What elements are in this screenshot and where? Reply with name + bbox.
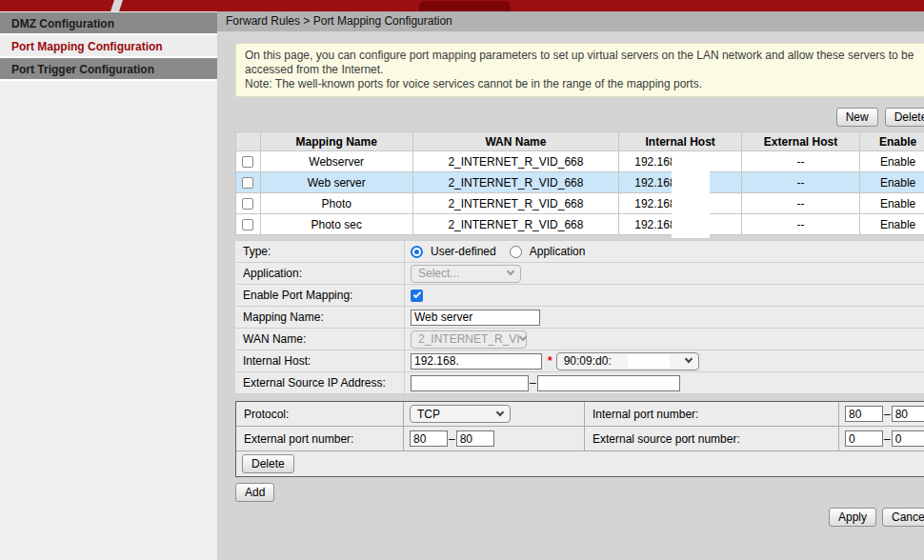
- cell-wan-name: 2_INTERNET_R_VID_668: [412, 151, 619, 172]
- port-mapping-form: Type: User-defined Application Applicati…: [235, 240, 924, 394]
- type-label: Type:: [235, 241, 405, 262]
- required-asterisk: *: [548, 354, 552, 368]
- enable-port-mapping-label: Enable Port Mapping:: [235, 285, 405, 306]
- table-header-row: Mapping Name WAN Name Internal Host Exte…: [236, 132, 924, 151]
- mac-redaction: [628, 354, 670, 368]
- mac-select-value: 90:09:d0:: [564, 354, 612, 368]
- enable-port-mapping-checkbox[interactable]: [411, 290, 423, 302]
- row-checkbox[interactable]: [242, 219, 253, 230]
- cell-external-host: --: [742, 214, 860, 235]
- sidebar-item-dmz-configuration[interactable]: DMZ Configuration: [0, 12, 217, 35]
- apply-button[interactable]: Apply: [829, 508, 876, 527]
- protocol-delete-button[interactable]: Delete: [242, 454, 294, 473]
- wan-name-label: WAN Name:: [235, 329, 405, 350]
- banner-active-tab: [419, 1, 511, 11]
- info-line-1: On this page, you can configure port map…: [245, 49, 924, 77]
- table-row[interactable]: Photo sec 2_INTERNET_R_VID_668 192.168. …: [236, 214, 924, 235]
- external-source-ip-start-input[interactable]: [411, 375, 529, 391]
- sidebar-item-port-trigger-configuration[interactable]: Port Trigger Configuration: [0, 58, 217, 81]
- cell-mapping-name: Photo: [260, 193, 412, 214]
- cell-mapping-name: Web server: [260, 172, 412, 193]
- external-source-ip-label: External Source IP Address:: [235, 372, 405, 393]
- external-source-port-label: External source port number:: [585, 427, 839, 450]
- cell-mapping-name: Photo sec: [260, 214, 412, 235]
- protocol-box: Protocol: TCP Internal port number: – *: [235, 401, 924, 477]
- header-external-host: External Host: [742, 132, 860, 151]
- external-port-end-input[interactable]: [456, 430, 494, 447]
- info-line-2: Note: The well-known ports for voice ser…: [245, 77, 924, 91]
- external-source-ip-end-input[interactable]: [537, 375, 680, 391]
- internal-port-start-input[interactable]: [845, 406, 883, 422]
- internal-host-label: Internal Host:: [235, 350, 405, 371]
- internal-port-label: Internal port number:: [585, 402, 839, 426]
- cell-wan-name: 2_INTERNET_R_VID_668: [412, 172, 619, 193]
- redaction-overlay: [672, 151, 710, 238]
- application-radio-label: Application: [530, 245, 586, 258]
- cancel-button[interactable]: Cancel: [882, 508, 924, 527]
- port-mapping-table: Mapping Name WAN Name Internal Host Exte…: [235, 131, 924, 235]
- wan-name-select-value: 2_INTERNET_R_VI: [418, 332, 520, 346]
- table-row[interactable]: Photo 2_INTERNET_R_VID_668 192.168. -- E…: [236, 193, 924, 214]
- wan-name-select[interactable]: 2_INTERNET_R_VI: [411, 330, 527, 349]
- chevron-down-icon: [518, 333, 526, 341]
- application-radio[interactable]: [510, 246, 522, 258]
- banner-notch: [110, 0, 123, 11]
- application-select-value: Select...: [418, 267, 459, 280]
- header-checkbox: [236, 132, 261, 151]
- add-button[interactable]: Add: [235, 483, 274, 502]
- cell-enable: Enable: [859, 151, 924, 172]
- mapping-name-input[interactable]: [411, 310, 540, 326]
- protocol-label: Protocol:: [236, 402, 404, 426]
- sidebar-item-port-mapping-configuration[interactable]: Port Mapping Configuration: [0, 35, 217, 58]
- external-port-start-input[interactable]: [410, 430, 448, 447]
- header-internal-host: Internal Host: [619, 132, 742, 151]
- protocol-select[interactable]: TCP: [410, 405, 511, 423]
- range-dash: –: [884, 408, 891, 421]
- add-row: Add: [235, 483, 924, 502]
- cell-external-host: --: [742, 151, 860, 172]
- table-row-selected[interactable]: Web server 2_INTERNET_R_VID_668 192.168.…: [236, 172, 924, 193]
- user-defined-radio[interactable]: [411, 246, 423, 258]
- range-dash: –: [530, 376, 536, 390]
- mapping-name-label: Mapping Name:: [235, 307, 405, 328]
- row-checkbox[interactable]: [242, 156, 253, 168]
- range-dash: –: [884, 432, 891, 446]
- protocol-delete-row: Delete: [236, 451, 924, 476]
- chevron-down-icon: [496, 408, 504, 415]
- cell-enable: Enable: [859, 172, 924, 193]
- header-enable: Enable: [859, 132, 924, 151]
- main-panel: Forward Rules > Port Mapping Configurati…: [217, 11, 924, 560]
- delete-button[interactable]: Delete: [885, 108, 924, 127]
- header-mapping-name: Mapping Name: [260, 132, 412, 151]
- cell-external-host: --: [742, 172, 860, 193]
- form-actions: Apply Cancel: [235, 508, 924, 527]
- chevron-down-icon: [507, 268, 514, 275]
- port-mapping-table-wrap: Mapping Name WAN Name Internal Host Exte…: [235, 131, 924, 235]
- cell-external-host: --: [742, 193, 860, 214]
- top-banner: [0, 0, 924, 11]
- row-checkbox[interactable]: [242, 177, 253, 189]
- header-wan-name: WAN Name: [412, 132, 619, 151]
- new-button[interactable]: New: [836, 108, 878, 127]
- row-checkbox[interactable]: [242, 198, 253, 210]
- internal-host-mac-select[interactable]: 90:09:d0:: [556, 352, 699, 370]
- application-label: Application:: [235, 263, 405, 284]
- external-source-port-end-input[interactable]: [892, 430, 924, 447]
- protocol-select-value: TCP: [417, 408, 440, 421]
- application-select[interactable]: Select...: [411, 265, 521, 283]
- internal-host-input[interactable]: [411, 353, 542, 370]
- check-icon: [412, 290, 420, 298]
- range-dash: –: [449, 432, 455, 446]
- content: On this page, you can configure port map…: [217, 31, 924, 527]
- chevron-down-icon: [684, 355, 692, 363]
- internal-port-end-input[interactable]: [892, 406, 924, 422]
- cell-wan-name: 2_INTERNET_R_VID_668: [412, 214, 619, 235]
- external-port-label: External port number:: [236, 427, 404, 450]
- cell-mapping-name: Webserver: [260, 151, 412, 172]
- external-source-port-start-input[interactable]: [845, 430, 883, 447]
- user-defined-radio-label: User-defined: [431, 245, 496, 258]
- table-row[interactable]: Webserver 2_INTERNET_R_VID_668 192.168. …: [236, 151, 924, 172]
- breadcrumb: Forward Rules > Port Mapping Configurati…: [217, 11, 924, 31]
- cell-enable: Enable: [859, 214, 924, 235]
- cell-enable: Enable: [859, 193, 924, 214]
